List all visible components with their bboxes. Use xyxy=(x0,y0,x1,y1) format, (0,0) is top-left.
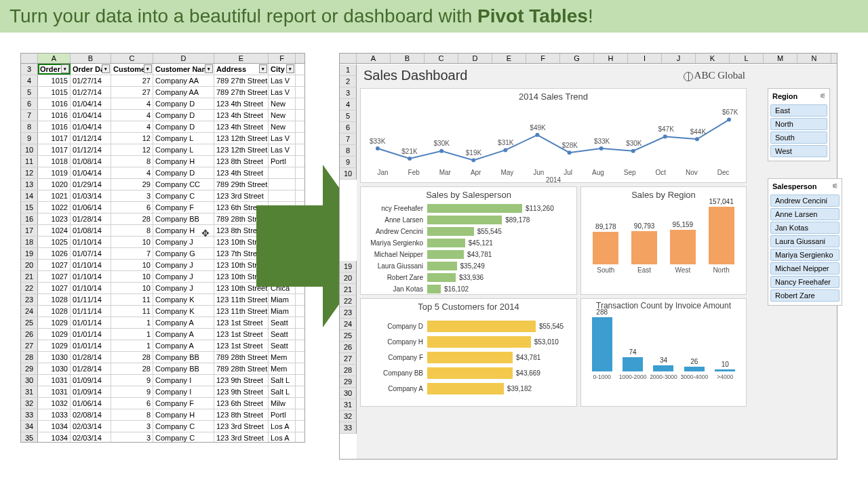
slicer-item[interactable]: North xyxy=(770,118,827,130)
table-cell[interactable]: Las V xyxy=(269,75,296,86)
table-cell[interactable]: 1034 xyxy=(38,421,71,432)
chart-sales-trend[interactable]: 2014 Sales Trend $33K$21K$30K$19K$31K$49… xyxy=(360,88,747,183)
slicer-region[interactable]: Region⚟ EastNorthSouthWest xyxy=(768,88,830,161)
table-cell[interactable]: Company H xyxy=(153,156,214,167)
table-cell[interactable]: Company BB xyxy=(153,363,214,374)
table-cell[interactable]: 01/08/14 xyxy=(71,156,111,167)
table-cell[interactable]: 01/03/14 xyxy=(71,190,111,201)
slicer-item[interactable]: Mariya Sergienko xyxy=(770,249,840,261)
table-cell[interactable]: 10 xyxy=(111,271,153,282)
slicer-item[interactable]: West xyxy=(770,145,827,157)
slicer-item[interactable]: Jan Kotas xyxy=(770,222,840,234)
table-cell[interactable]: 01/01/14 xyxy=(71,317,111,328)
col-header-I[interactable]: I xyxy=(628,54,662,63)
table-cell[interactable]: Company G xyxy=(153,248,214,259)
table-cell[interactable]: 123 4th Street xyxy=(214,98,269,109)
table-cell[interactable]: Company AA xyxy=(153,75,214,86)
table-cell[interactable]: 27 xyxy=(111,75,153,86)
table-cell[interactable]: Salt L xyxy=(269,375,296,386)
table-cell[interactable]: 9 xyxy=(111,386,153,397)
table-cell[interactable]: 1015 xyxy=(38,87,71,98)
table-cell[interactable]: 123 6th Street xyxy=(214,398,269,409)
table-cell[interactable]: New xyxy=(269,110,296,121)
table-cell[interactable]: 1027 xyxy=(38,271,71,282)
table-cell[interactable]: 1 xyxy=(111,317,153,328)
table-cell[interactable]: 01/11/14 xyxy=(71,294,111,305)
table-cell[interactable]: 3 xyxy=(111,432,153,443)
col-header-C[interactable]: C xyxy=(111,54,153,63)
row-header[interactable]: 20 xyxy=(340,272,357,284)
table-cell[interactable]: Company I xyxy=(153,386,214,397)
table-header[interactable]: Order Da▾ xyxy=(71,64,111,75)
table-cell[interactable]: 01/09/14 xyxy=(71,375,111,386)
table-cell[interactable]: 28 xyxy=(111,363,153,374)
table-cell[interactable]: 8 xyxy=(111,156,153,167)
row-header[interactable]: 22 xyxy=(340,296,357,307)
table-cell[interactable]: 01/01/14 xyxy=(71,329,111,340)
table-cell[interactable]: Portl xyxy=(269,409,296,420)
table-cell[interactable]: 1020 xyxy=(38,179,71,190)
table-cell[interactable]: Las V xyxy=(269,87,296,98)
col-header-B[interactable]: B xyxy=(71,54,111,63)
table-cell[interactable]: 27 xyxy=(111,87,153,98)
table-cell[interactable]: 3 xyxy=(111,421,153,432)
table-cell[interactable]: 1016 xyxy=(38,121,71,132)
table-cell[interactable]: 1016 xyxy=(38,98,71,109)
row-header[interactable]: 31 xyxy=(340,399,357,411)
row-header[interactable]: 25 xyxy=(340,330,357,342)
col-header-L[interactable]: L xyxy=(730,54,764,63)
slicer-item[interactable]: South xyxy=(770,131,827,144)
table-cell[interactable]: 789 28th Street xyxy=(214,363,269,374)
table-cell[interactable]: 1034 xyxy=(38,432,71,443)
table-cell[interactable]: Company D xyxy=(153,98,214,109)
table-cell[interactable]: 6 xyxy=(111,202,153,213)
table-cell[interactable]: Company AA xyxy=(153,87,214,98)
table-cell[interactable]: 9 xyxy=(111,375,153,386)
row-header[interactable]: 27 xyxy=(340,353,357,365)
table-cell[interactable]: 12 xyxy=(111,144,153,155)
table-cell[interactable]: 12 xyxy=(111,133,153,144)
table-cell[interactable]: 1 xyxy=(111,329,153,340)
table-cell[interactable]: Company BB xyxy=(153,352,214,363)
table-cell[interactable]: 01/08/14 xyxy=(71,225,111,236)
table-cell[interactable]: 3 xyxy=(111,190,153,201)
table-cell[interactable]: 1033 xyxy=(38,409,71,420)
table-cell[interactable]: New xyxy=(269,98,296,109)
slicer-item[interactable]: Andrew Cencini xyxy=(770,195,840,207)
row-header[interactable]: 24 xyxy=(340,319,357,330)
table-cell[interactable]: 01/28/14 xyxy=(71,352,111,363)
col-header-E[interactable]: E xyxy=(214,54,269,63)
col-header-B[interactable]: B xyxy=(391,54,425,63)
table-cell[interactable]: 02/03/14 xyxy=(71,421,111,432)
col-header-K[interactable]: K xyxy=(696,54,730,63)
table-cell[interactable]: 10 xyxy=(111,260,153,270)
table-cell[interactable]: 01/07/14 xyxy=(71,248,111,259)
filter-dropdown-icon[interactable]: ▾ xyxy=(102,64,110,73)
col-header-G[interactable]: G xyxy=(560,54,594,63)
table-cell[interactable]: Milw xyxy=(269,398,296,409)
table-cell[interactable]: 1028 xyxy=(38,306,71,317)
table-header[interactable]: Customer Nam▾ xyxy=(153,64,214,75)
table-cell[interactable]: Los A xyxy=(269,432,296,443)
col-header-A[interactable]: A xyxy=(357,54,391,63)
table-cell[interactable]: Salt L xyxy=(269,386,296,397)
table-cell[interactable]: 4 xyxy=(111,121,153,132)
table-cell[interactable]: 1017 xyxy=(38,144,71,155)
col-header-F[interactable]: F xyxy=(269,54,296,63)
table-cell[interactable]: Company CC xyxy=(153,179,214,190)
filter-dropdown-icon[interactable]: ▾ xyxy=(144,64,152,73)
table-cell[interactable]: Company C xyxy=(153,432,214,443)
table-cell[interactable]: 123 3rd Street xyxy=(214,421,269,432)
table-cell[interactable]: 1023 xyxy=(38,214,71,224)
table-cell[interactable]: 4 xyxy=(111,98,153,109)
slicer-item[interactable]: Nancy Freehafer xyxy=(770,276,840,288)
slicer-salesperson[interactable]: Salesperson⚟ Andrew CenciniAnne LarsenJa… xyxy=(768,178,842,306)
table-cell[interactable]: Company J xyxy=(153,271,214,282)
col-header-C[interactable]: C xyxy=(425,54,458,63)
table-cell[interactable]: Mem xyxy=(269,363,296,374)
table-cell[interactable]: 6 xyxy=(111,398,153,409)
table-cell[interactable]: 789 27th Street xyxy=(214,75,269,86)
row-header[interactable]: 4 xyxy=(340,99,357,110)
table-cell[interactable]: 1028 xyxy=(38,294,71,305)
table-cell[interactable]: 1 xyxy=(111,340,153,351)
